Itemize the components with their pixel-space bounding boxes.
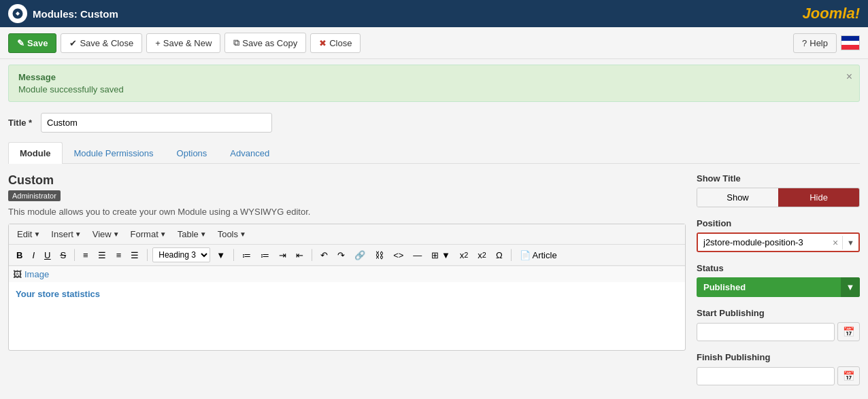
module-heading: Custom	[8, 173, 686, 188]
show-hide-toggle: Show Hide	[697, 188, 860, 207]
joomla-logo: Joomla!	[803, 5, 860, 22]
editor-menu-edit[interactable]: Edit ▼	[13, 227, 44, 241]
start-date-wrap: 📅	[697, 322, 860, 341]
superscript-button[interactable]: x2	[474, 248, 490, 262]
editor-body[interactable]: Your store statistics	[9, 282, 685, 350]
position-label: Position	[697, 218, 860, 228]
message-bar: Message Module successfully saved ×	[8, 65, 860, 102]
editor-menu-format[interactable]: Format ▼	[127, 227, 171, 241]
module-desc: This module allows you to create your ow…	[8, 207, 686, 217]
toolbar: ✎ Save ✔ Save & Close + Save & New ⧉ Sav…	[0, 27, 868, 59]
article-button[interactable]: 📄 Article	[516, 248, 561, 262]
tab-advanced[interactable]: Advanced	[218, 142, 281, 164]
plus-icon: +	[155, 38, 161, 48]
title-input[interactable]	[41, 113, 272, 133]
editor-menu-table[interactable]: Table ▼	[173, 227, 211, 241]
heading-select[interactable]: Heading 3	[152, 247, 210, 262]
show-title-label: Show Title	[697, 173, 860, 184]
ordered-list-button[interactable]: ≔	[257, 248, 273, 262]
strikethrough-button[interactable]: S	[56, 248, 69, 262]
start-calendar-button[interactable]: 📅	[837, 322, 860, 341]
redo-button[interactable]: ↷	[334, 248, 348, 262]
unordered-list-button[interactable]: ≔	[239, 248, 254, 262]
start-publishing-section: Start Publishing 📅	[697, 308, 860, 341]
underline-button[interactable]: U	[41, 248, 54, 262]
save-copy-button[interactable]: ⧉ Save as Copy	[224, 33, 306, 53]
italic-button[interactable]: I	[29, 248, 38, 262]
editor-menu-view[interactable]: View ▼	[88, 227, 124, 241]
topbar-right: Joomla!	[803, 5, 860, 22]
main-content: Title * Module Module Permissions Option…	[0, 107, 868, 399]
close-button[interactable]: ✖ Close	[310, 33, 361, 53]
check-icon: ✔	[69, 38, 77, 48]
editor-panel: Custom Administrator This module allows …	[8, 173, 686, 396]
editor-content-link[interactable]: Your store statistics	[16, 289, 100, 299]
link-button[interactable]: 🔗	[351, 248, 369, 262]
module-badge: Administrator	[8, 190, 61, 201]
align-center-button[interactable]: ☰	[95, 248, 110, 262]
special-char-button[interactable]: Ω	[493, 248, 506, 262]
position-input-wrap: × ▼	[697, 232, 860, 252]
align-right-button[interactable]: ≡	[113, 248, 125, 262]
save-button[interactable]: ✎ Save	[8, 33, 56, 53]
tab-module[interactable]: Module	[8, 142, 63, 164]
tab-permissions[interactable]: Module Permissions	[63, 142, 165, 164]
help-button[interactable]: ? Help	[793, 33, 837, 53]
save-close-button[interactable]: ✔ Save & Close	[61, 33, 142, 53]
close-icon: ✖	[319, 38, 327, 48]
message-title: Message	[18, 72, 850, 82]
topbar-title-area: Modules: Custom	[8, 4, 118, 23]
hide-button[interactable]: Hide	[778, 188, 859, 207]
outdent-button[interactable]: ⇤	[293, 248, 307, 262]
image-label[interactable]: Image	[24, 269, 49, 279]
bold-button[interactable]: B	[13, 248, 26, 262]
editor-menu-bar: Edit ▼ Insert ▼ View ▼ Format ▼ Table ▼ …	[9, 224, 685, 245]
show-button[interactable]: Show	[697, 188, 778, 207]
tabs-bar: Module Module Permissions Options Advanc…	[8, 142, 860, 164]
save-new-button[interactable]: + Save & New	[146, 33, 220, 53]
image-row: 🖼 Image	[9, 266, 685, 282]
content-layout: Custom Administrator This module allows …	[8, 173, 860, 396]
finish-date-wrap: 📅	[697, 366, 860, 385]
hr-button[interactable]: —	[410, 248, 425, 262]
finish-calendar-button[interactable]: 📅	[837, 366, 860, 385]
undo-button[interactable]: ↶	[317, 248, 331, 262]
align-justify-button[interactable]: ☰	[127, 248, 142, 262]
editor-format-bar: B I U S ≡ ☰ ≡ ☰ Heading 3 ▼ ≔ ≔	[9, 245, 685, 266]
topbar: Modules: Custom Joomla!	[0, 0, 868, 27]
status-select-wrap: Published ▼	[697, 277, 860, 297]
show-title-section: Show Title Show Hide	[697, 173, 860, 207]
app-logo	[8, 4, 27, 23]
language-flag[interactable]	[841, 35, 860, 50]
align-left-button[interactable]: ≡	[80, 248, 92, 262]
title-row: Title *	[8, 113, 860, 133]
copy-icon: ⧉	[233, 37, 239, 48]
position-input[interactable]	[698, 234, 829, 251]
message-close-button[interactable]: ×	[846, 71, 852, 83]
subscript-button[interactable]: x2	[456, 248, 472, 262]
status-select[interactable]: Published	[697, 277, 860, 297]
position-clear-button[interactable]: ×	[829, 235, 842, 251]
editor-menu-tools[interactable]: Tools ▼	[214, 227, 250, 241]
editor-container: Edit ▼ Insert ▼ View ▼ Format ▼ Table ▼ …	[8, 224, 686, 351]
help-icon: ?	[802, 38, 807, 48]
position-section: Position × ▼	[697, 218, 860, 252]
sidebar-panel: Show Title Show Hide Position × ▼ Status	[697, 173, 860, 396]
start-publishing-label: Start Publishing	[697, 308, 860, 318]
status-label: Status	[697, 263, 860, 273]
code-button[interactable]: <>	[390, 248, 407, 262]
start-date-input[interactable]	[697, 323, 835, 341]
finish-publishing-section: Finish Publishing 📅	[697, 352, 860, 385]
page-title: Modules: Custom	[33, 8, 118, 20]
heading-dropdown-button[interactable]: ▼	[213, 248, 229, 262]
unlink-button[interactable]: ⛓	[371, 248, 387, 262]
indent-button[interactable]: ⇥	[276, 248, 290, 262]
editor-menu-insert[interactable]: Insert ▼	[47, 227, 85, 241]
position-dropdown-button[interactable]: ▼	[842, 236, 858, 249]
image-icon: 🖼	[13, 269, 22, 279]
finish-date-input[interactable]	[697, 367, 835, 385]
message-text: Module successfully saved	[18, 84, 850, 94]
tab-options[interactable]: Options	[165, 142, 219, 164]
save-icon: ✎	[17, 38, 24, 48]
table-button[interactable]: ⊞ ▼	[428, 248, 453, 262]
